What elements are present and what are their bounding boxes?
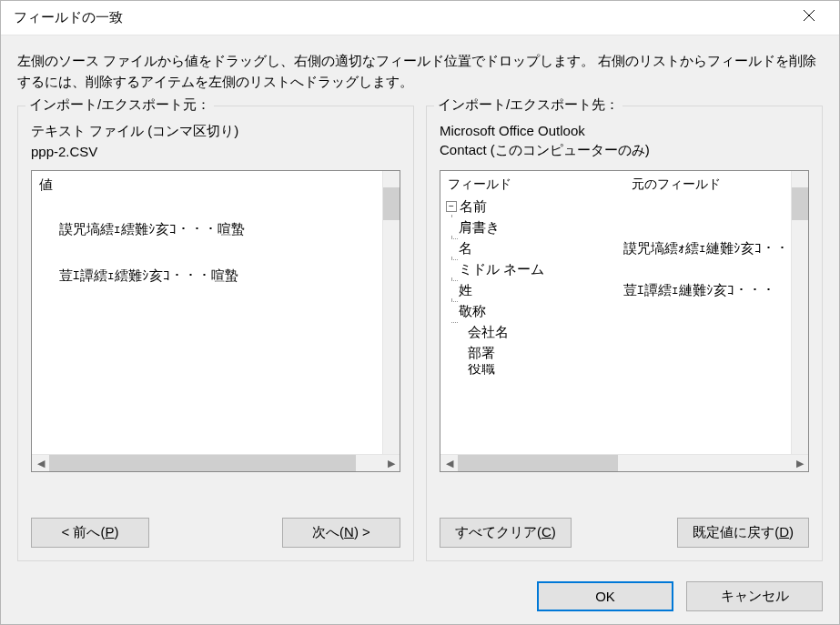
target-list-content: フィールド 元のフィールド − 名前 肩書き	[440, 171, 791, 455]
tree-row[interactable]: 会社名	[440, 322, 791, 343]
tree-row[interactable]: 肩書き	[440, 217, 791, 238]
collapse-icon[interactable]: −	[446, 201, 457, 212]
titlebar: フィールドの一致	[1, 1, 839, 35]
content-area: 左側のソース ファイルから値をドラッグし、右側の適切なフィールド位置でドロップし…	[1, 35, 839, 570]
target-header-source: 元のフィールド	[632, 176, 791, 193]
dialog-window: フィールドの一致 左側のソース ファイルから値をドラッグし、右側の適切なフィール…	[0, 0, 840, 625]
source-list-content: 値 謨咒塙繧ｪ繧難ｼ亥ｺ・・・喧蟄 荳ｴ譚繧ｪ繧難ｼ亥ｺ・・・喧蟄	[32, 171, 382, 455]
source-item[interactable]: 荳ｴ譚繧ｪ繧難ｼ亥ｺ・・・喧蟄	[32, 262, 382, 290]
source-item[interactable]: 謨咒塙繧ｪ繧難ｼ亥ｺ・・・喧蟄	[32, 216, 382, 244]
source-legend: インポート/エクスポート元：	[25, 96, 214, 114]
tree-row[interactable]: 名 謨咒塙繧ｫ繧ｪ縺難ｼ亥ｺ・・	[440, 238, 791, 259]
close-icon	[804, 10, 815, 21]
tree-row-expandable[interactable]: − 名前	[440, 197, 791, 217]
hscroll-thumb[interactable]	[458, 455, 618, 471]
target-folder: Contact (このコンピューターのみ)	[440, 142, 809, 159]
cancel-button[interactable]: キャンセル	[686, 581, 823, 611]
target-listbox[interactable]: フィールド 元のフィールド − 名前 肩書き	[440, 170, 809, 473]
dialog-title: フィールドの一致	[14, 9, 788, 26]
source-listbox[interactable]: 値 謨咒塙繧ｪ繧難ｼ亥ｺ・・・喧蟄 荳ｴ譚繧ｪ繧難ｼ亥ｺ・・・喧蟄 ◀	[31, 170, 400, 473]
ok-button[interactable]: OK	[537, 581, 673, 611]
tree-row[interactable]: 敬称	[440, 301, 791, 322]
target-headers: フィールド 元のフィールド	[440, 171, 791, 197]
reset-default-button[interactable]: 既定値に戻す(D)	[677, 518, 809, 548]
prev-button[interactable]: < 前へ(P)	[31, 518, 149, 548]
tree-row[interactable]: 姓 荳ｴ譚繧ｪ縺難ｼ亥ｺ・・・	[440, 280, 791, 301]
tree-row[interactable]: 部署	[440, 343, 791, 364]
tree-row[interactable]: 役職	[440, 364, 791, 375]
target-buttons: すべてクリア(C) 既定値に戻す(D)	[440, 518, 809, 548]
source-buttons: < 前へ(P) 次へ(N) >	[31, 518, 400, 548]
source-header: 値	[32, 171, 382, 197]
target-panel: インポート/エクスポート先： Microsoft Office Outlook …	[426, 106, 823, 562]
hscrollbar[interactable]: ◀ ▶	[440, 454, 808, 471]
source-list-body: 値 謨咒塙繧ｪ繧難ｼ亥ｺ・・・喧蟄 荳ｴ譚繧ｪ繧難ｼ亥ｺ・・・喧蟄	[32, 171, 400, 455]
vscrollbar[interactable]	[382, 171, 400, 455]
source-format: テキスト ファイル (コンマ区切り)	[31, 123, 400, 140]
instructions-text: 左側のソース ファイルから値をドラッグし、右側の適切なフィールド位置でドロップし…	[17, 50, 823, 93]
tree-row[interactable]: ミドル ネーム	[440, 259, 791, 280]
dialog-buttons: OK キャンセル	[1, 570, 839, 624]
vscroll-thumb[interactable]	[383, 187, 400, 220]
hscroll-thumb[interactable]	[49, 455, 356, 471]
close-button[interactable]	[788, 2, 830, 29]
source-filename: ppp-2.CSV	[31, 144, 400, 159]
hscrollbar[interactable]: ◀ ▶	[32, 454, 400, 471]
target-app: Microsoft Office Outlook	[440, 123, 809, 138]
vscroll-thumb[interactable]	[792, 187, 808, 220]
clear-all-button[interactable]: すべてクリア(C)	[440, 518, 572, 548]
vscrollbar[interactable]	[791, 171, 808, 455]
target-legend: インポート/エクスポート先：	[434, 96, 622, 114]
hscroll-right-icon[interactable]: ▶	[382, 455, 400, 472]
target-header-field: フィールド	[440, 176, 632, 193]
hscroll-left-icon[interactable]: ◀	[32, 455, 49, 472]
source-panel: インポート/エクスポート元： テキスト ファイル (コンマ区切り) ppp-2.…	[17, 106, 414, 562]
next-button[interactable]: 次へ(N) >	[282, 518, 400, 548]
target-list-body: フィールド 元のフィールド − 名前 肩書き	[440, 171, 808, 455]
hscroll-right-icon[interactable]: ▶	[791, 455, 808, 472]
hscroll-left-icon[interactable]: ◀	[440, 455, 458, 472]
panels-row: インポート/エクスポート元： テキスト ファイル (コンマ区切り) ppp-2.…	[17, 106, 823, 562]
